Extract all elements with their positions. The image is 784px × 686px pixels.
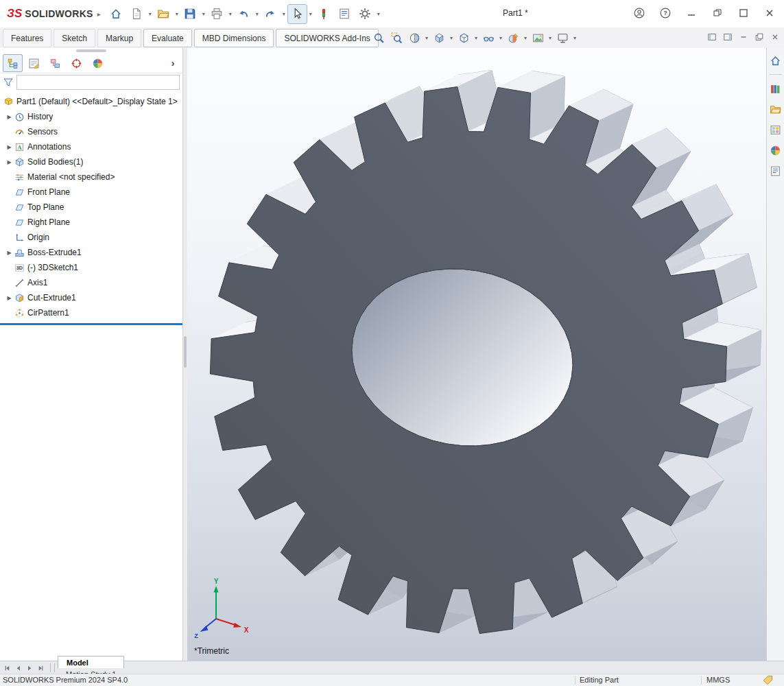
appearances-scenes-button[interactable]	[769, 143, 783, 157]
hide-show-items-button[interactable]	[480, 29, 497, 46]
pane-left-button[interactable]	[707, 32, 717, 42]
next-tab-button[interactable]	[24, 663, 34, 673]
view-settings-button[interactable]	[554, 29, 571, 46]
tree-root-item[interactable]: Part1 (Default) <<Default>_Display State…	[0, 94, 182, 109]
orientation-triad[interactable]: YXZ	[189, 578, 250, 639]
section-view-button[interactable]	[406, 29, 423, 46]
gear-model[interactable]	[187, 48, 766, 661]
section-view-dropdown-arrow[interactable]: ▾	[424, 35, 429, 41]
zoom-to-fit-button[interactable]	[370, 29, 387, 46]
window-maximize-button[interactable]	[735, 4, 752, 22]
file-explorer-button[interactable]	[769, 102, 783, 116]
tree-item-history[interactable]: ▶History	[0, 109, 182, 124]
expand-arrow-icon[interactable]: ▶	[4, 159, 14, 165]
options-dropdown-arrow[interactable]: ▾	[376, 11, 381, 17]
undo-button[interactable]	[234, 4, 254, 24]
expand-arrow-icon[interactable]: ▶	[4, 295, 14, 301]
tab-markup[interactable]: Markup	[97, 29, 141, 47]
tree-item-boss-extrude1[interactable]: ▶Boss-Extrude1	[0, 245, 182, 260]
tree-item-cut-extrude1[interactable]: ▶Cut-Extrude1	[0, 290, 182, 305]
display-style-button[interactable]	[455, 29, 472, 46]
minimize-ribbon-button[interactable]	[739, 32, 748, 42]
tree-item-cirpattern1[interactable]: CirPattern1	[0, 305, 182, 320]
rebuild-button[interactable]	[314, 4, 334, 24]
options-button[interactable]	[355, 4, 375, 24]
displaymanager-tab[interactable]	[88, 54, 108, 72]
redo-dropdown-arrow[interactable]: ▾	[281, 11, 287, 17]
splitter-handle[interactable]	[184, 336, 187, 368]
file-properties-button[interactable]	[335, 4, 355, 24]
select-button[interactable]	[287, 4, 307, 24]
open-dropdown-arrow[interactable]: ▾	[174, 11, 180, 17]
tree-item-origin[interactable]: Origin	[0, 230, 182, 245]
hide-show-items-dropdown-arrow[interactable]: ▾	[498, 35, 503, 41]
close-document-button[interactable]	[770, 32, 780, 42]
tab-evaluate[interactable]: Evaluate	[143, 29, 192, 47]
tree-item-annotations[interactable]: ▶AAnnotations	[0, 139, 182, 154]
new-document-button[interactable]	[127, 4, 147, 24]
tree-filter-input[interactable]	[16, 75, 180, 90]
view-orientation-button[interactable]	[431, 29, 447, 46]
last-tab-button[interactable]	[35, 663, 45, 673]
home-button[interactable]	[106, 4, 126, 24]
tree-item-top-plane[interactable]: Top Plane	[0, 200, 182, 215]
expand-arrow-icon[interactable]: ▶	[4, 144, 14, 150]
tree-item-sensors[interactable]: Sensors	[0, 124, 182, 139]
tree-item-material-not-specified-[interactable]: Material <not specified>	[0, 169, 182, 185]
pane-right-button[interactable]	[723, 32, 733, 42]
panel-resize-grip[interactable]	[0, 48, 182, 54]
rollback-bar[interactable]	[0, 323, 182, 325]
view-settings-dropdown-arrow[interactable]: ▾	[572, 35, 578, 41]
tree-item--3dsketch1[interactable]: 3D(-) 3DSketch1	[0, 260, 182, 275]
expand-arrow-icon[interactable]: ▶	[4, 114, 14, 120]
dimxpertmanager-tab[interactable]	[67, 54, 86, 72]
tree-item-right-plane[interactable]: Right Plane	[0, 215, 182, 230]
panel-expand-arrow[interactable]: ›	[166, 58, 180, 69]
edit-appearance-button[interactable]	[505, 29, 521, 46]
featuremanager-tab[interactable]	[3, 54, 23, 72]
zoom-to-area-button[interactable]	[388, 29, 405, 46]
tab-strip-grip[interactable]	[50, 663, 55, 672]
tree-item-axis1[interactable]: Axis1	[0, 275, 182, 290]
save-button[interactable]	[180, 4, 200, 24]
print-button[interactable]	[207, 4, 227, 24]
tab-solidworks-add-ins[interactable]: SOLIDWORKS Add-Ins	[276, 29, 378, 47]
window-restore-button[interactable]	[709, 4, 726, 22]
expand-arrow-icon[interactable]: ▶	[4, 250, 14, 256]
apply-scene-dropdown-arrow[interactable]: ▾	[547, 35, 553, 41]
custom-properties-button[interactable]	[769, 164, 783, 178]
design-library-button[interactable]	[769, 82, 783, 95]
tab-model[interactable]: Model	[58, 656, 124, 668]
window-minimize-button[interactable]	[682, 4, 700, 22]
task-pane-home-button[interactable]	[769, 54, 783, 67]
tab-features[interactable]: Features	[3, 29, 51, 47]
print-dropdown-arrow[interactable]: ▾	[228, 11, 233, 17]
redo-button[interactable]	[261, 4, 281, 24]
window-close-button[interactable]	[761, 4, 779, 22]
save-dropdown-arrow[interactable]: ▾	[201, 11, 206, 17]
display-style-dropdown-arrow[interactable]: ▾	[473, 35, 479, 41]
apply-scene-button[interactable]	[530, 29, 546, 46]
previous-tab-button[interactable]	[13, 663, 23, 673]
new-document-dropdown-arrow[interactable]: ▾	[147, 11, 153, 17]
tree-item-solid-bodies-1-[interactable]: ▶Solid Bodies(1)	[0, 154, 182, 169]
status-tag-icon[interactable]	[763, 675, 773, 685]
float-window-button[interactable]	[755, 32, 764, 42]
undo-dropdown-arrow[interactable]: ▾	[254, 11, 260, 17]
view-palette-button[interactable]	[769, 123, 783, 137]
status-units-selector[interactable]: MMGS	[706, 676, 730, 684]
tab-sketch[interactable]: Sketch	[54, 29, 95, 47]
help-button[interactable]: ?	[656, 4, 674, 22]
open-button[interactable]	[154, 4, 174, 24]
tree-item-front-plane[interactable]: Front Plane	[0, 185, 182, 200]
user-account-button[interactable]	[630, 4, 648, 22]
edit-appearance-dropdown-arrow[interactable]: ▾	[523, 35, 528, 41]
tab-mbd-dimensions[interactable]: MBD Dimensions	[194, 29, 274, 47]
menu-expand-arrow[interactable]: ▸	[97, 10, 101, 18]
graphics-viewport[interactable]: YXZ *Trimetric	[187, 48, 766, 661]
first-tab-button[interactable]	[2, 663, 12, 673]
propertymanager-tab[interactable]	[24, 54, 44, 72]
configurationmanager-tab[interactable]	[45, 54, 65, 72]
select-dropdown-arrow[interactable]: ▾	[308, 11, 313, 17]
view-orientation-dropdown-arrow[interactable]: ▾	[449, 35, 454, 41]
